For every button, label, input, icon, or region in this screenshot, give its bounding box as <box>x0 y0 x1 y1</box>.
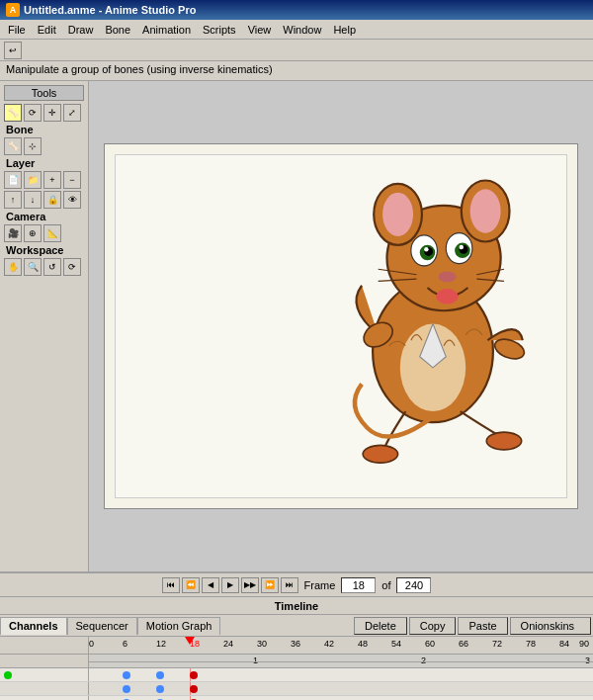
keyframe-t1-6[interactable] <box>123 671 130 679</box>
menu-bar: File Edit Draw Bone Animation Scripts Vi… <box>0 20 593 40</box>
transport-to-end[interactable]: ⏭ <box>281 577 298 593</box>
workspace-btn-1[interactable]: ✋ <box>4 258 22 276</box>
svg-point-15 <box>439 271 457 282</box>
bone-btn-1[interactable]: 🦴 <box>4 137 22 155</box>
bone-tool-3[interactable]: ✛ <box>43 104 61 122</box>
layer-btn-4[interactable]: − <box>63 171 81 189</box>
layer-btn-6[interactable]: ↓ <box>24 191 42 209</box>
ruler-tick-48: 48 <box>358 639 368 649</box>
left-panel: Tools 🦴 ⟳ ✛ ⤢ Bone 🦴 ⊹ Layer 📄 📁 + − ↑ <box>0 81 89 571</box>
menu-bone[interactable]: Bone <box>99 22 136 38</box>
playhead-t1 <box>190 668 191 681</box>
menu-edit[interactable]: Edit <box>32 22 62 38</box>
ruler-tick-12: 12 <box>156 639 166 649</box>
bone-btn-2[interactable]: ⊹ <box>24 137 42 155</box>
workspace-btn-3[interactable]: ↺ <box>43 258 61 276</box>
tabs-row: Channels Sequencer Motion Graph Delete C… <box>0 615 593 637</box>
transport-play[interactable]: ▶ <box>221 577 239 593</box>
transport-prev-frame[interactable]: ◀ <box>202 577 219 593</box>
keyframe-t1-12[interactable] <box>156 671 164 679</box>
ruler-tick-6: 6 <box>123 639 127 649</box>
layer-row-2: ↑ ↓ 🔒 👁 <box>4 191 84 209</box>
toolbar-strip: ↩ <box>0 40 593 61</box>
title-text: Untitled.anme - Anime Studio Pro <box>24 4 196 16</box>
tab-motion-graph[interactable]: Motion Graph <box>137 617 221 635</box>
menu-view[interactable]: View <box>242 22 278 38</box>
canvas-paper <box>115 154 567 498</box>
svg-point-16 <box>436 289 458 305</box>
ruler-tick-54: 54 <box>391 639 401 649</box>
ruler-tick-72: 72 <box>492 639 502 649</box>
transport-next-frame[interactable]: ▶▶ <box>241 577 259 593</box>
paste-button[interactable]: Paste <box>458 617 507 635</box>
layer-btn-2[interactable]: 📁 <box>24 171 42 189</box>
keyframe-t1-18[interactable] <box>190 671 198 679</box>
ruler-tick-90: 90 <box>579 639 589 649</box>
tab-sequencer[interactable]: Sequencer <box>67 617 137 635</box>
menu-window[interactable]: Window <box>277 22 327 38</box>
ruler-tick-18: 18 <box>190 639 200 649</box>
layer-row-1: 📄 📁 + − <box>4 171 84 189</box>
layer-btn-1[interactable]: 📄 <box>4 171 22 189</box>
toolbar-btn-1[interactable]: ↩ <box>4 42 22 59</box>
status-bar: Manipulate a group of bones (using inver… <box>0 61 593 81</box>
bone-tool-2[interactable]: ⟳ <box>24 104 42 122</box>
keyframe-t2-12[interactable] <box>156 685 164 693</box>
ruler-tick-84: 84 <box>559 639 569 649</box>
transport-to-start[interactable]: ⏮ <box>162 577 180 593</box>
layer-btn-5[interactable]: ↑ <box>4 191 22 209</box>
ruler-tick-42: 42 <box>324 639 334 649</box>
track-row-3 <box>0 696 593 700</box>
keyframe-t2-6[interactable] <box>123 685 130 693</box>
frame-input[interactable] <box>341 577 376 593</box>
jerry-character <box>319 165 547 472</box>
svg-point-14 <box>460 245 464 249</box>
app-icon: A <box>6 3 20 17</box>
ruler-tick-66: 66 <box>459 639 468 649</box>
timeline-ruler: 0 6 12 18 24 30 36 42 48 54 60 66 72 78 … <box>0 637 593 655</box>
ruler-tick-30: 30 <box>257 639 267 649</box>
menu-help[interactable]: Help <box>327 22 362 38</box>
bone-section-label: Bone <box>4 124 84 135</box>
bone-tool-1[interactable]: 🦴 <box>4 104 22 122</box>
camera-section-label: Camera <box>4 211 84 222</box>
canvas-frame <box>104 143 578 509</box>
menu-draw[interactable]: Draw <box>62 22 100 38</box>
layer-btn-3[interactable]: + <box>43 171 61 189</box>
status-text: Manipulate a group of bones (using inver… <box>6 63 273 75</box>
copy-button[interactable]: Copy <box>409 617 457 635</box>
total-frames-input[interactable] <box>396 577 431 593</box>
camera-btn-3[interactable]: 📐 <box>43 224 61 242</box>
svg-point-13 <box>424 247 428 251</box>
camera-btn-1[interactable]: 🎥 <box>4 224 22 242</box>
track-row-2 <box>0 682 593 696</box>
tab-channels[interactable]: Channels <box>0 617 67 635</box>
keyframe-t2-18[interactable] <box>190 685 198 693</box>
timeline-tracks <box>0 668 593 700</box>
workspace-btn-4[interactable]: ⟳ <box>63 258 81 276</box>
workspace-section-label: Workspace <box>4 244 84 256</box>
frame-label: Frame <box>304 579 336 591</box>
canvas-area[interactable] <box>89 81 593 571</box>
ruler-tick-78: 78 <box>526 639 536 649</box>
onionskins-button[interactable]: Onionskins <box>510 617 591 635</box>
menu-scripts[interactable]: Scripts <box>197 22 242 38</box>
ruler-tick-36: 36 <box>291 639 300 649</box>
tools-label: Tools <box>4 85 84 101</box>
workspace-btn-2[interactable]: 🔍 <box>24 258 42 276</box>
menu-file[interactable]: File <box>2 22 32 38</box>
menu-animation[interactable]: Animation <box>136 22 197 38</box>
camera-btn-2[interactable]: ⊕ <box>24 224 42 242</box>
transport-next-keyframe[interactable]: ⏩ <box>261 577 279 593</box>
ruler-tick-60: 60 <box>425 639 435 649</box>
bone-tool-4[interactable]: ⤢ <box>63 104 81 122</box>
track-row-1 <box>0 668 593 682</box>
svg-point-6 <box>470 189 501 232</box>
transport-prev-keyframe[interactable]: ⏪ <box>182 577 200 593</box>
track-1-indicator <box>4 671 12 679</box>
playhead-t2 <box>190 682 191 695</box>
layer-btn-8[interactable]: 👁 <box>63 191 81 209</box>
delete-button[interactable]: Delete <box>354 617 407 635</box>
svg-point-24 <box>486 432 521 450</box>
layer-btn-7[interactable]: 🔒 <box>43 191 61 209</box>
